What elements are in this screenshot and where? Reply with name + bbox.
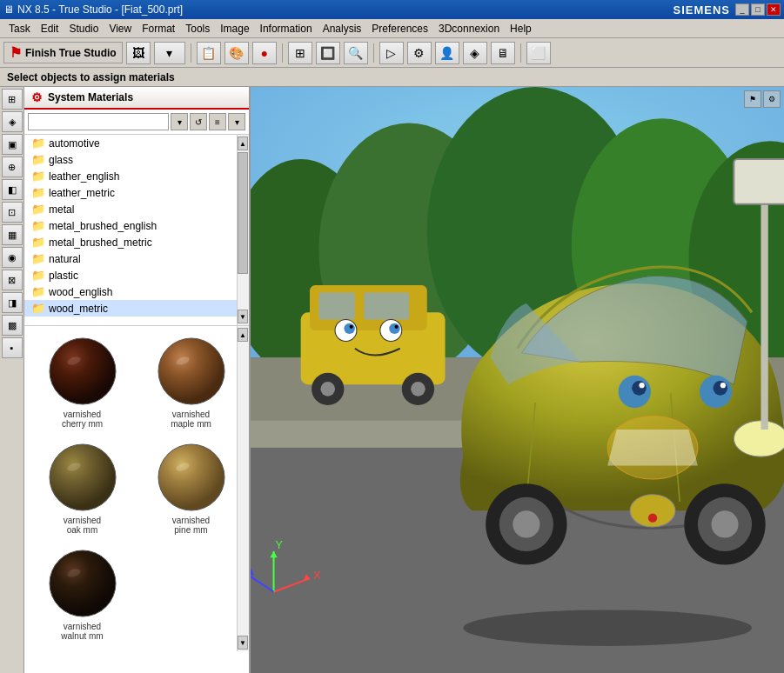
left-icon-3[interactable]: ▣	[2, 134, 23, 155]
menu-information[interactable]: Information	[255, 21, 318, 37]
svg-point-6	[158, 444, 224, 510]
material-label-walnut: varnishedwalnut mm	[61, 622, 103, 641]
tb-dropdown[interactable]: ▾	[154, 42, 185, 64]
materials-scrollbar[interactable]: ▲ ▼	[237, 326, 249, 651]
tb-btn-9[interactable]: ⚙	[407, 42, 432, 64]
search-refresh-btn[interactable]: ↺	[190, 113, 207, 130]
window-title: NX 8.5 - True Studio - [Fiat_500.prt]	[17, 3, 183, 16]
material-varnished-maple[interactable]: varnishedmaple mm	[137, 330, 245, 436]
folder-automotive[interactable]: 📁 automotive	[24, 135, 249, 151]
panel-icon: ⚙	[31, 90, 43, 104]
folder-plastic[interactable]: 📁 plastic	[24, 267, 249, 283]
mat-scroll-down[interactable]: ▼	[238, 636, 248, 650]
folder-metal-brushed-metric[interactable]: 📁 metal_brushed_metric	[24, 234, 249, 250]
tb-btn-12[interactable]: 🖥	[491, 42, 515, 64]
material-label-cherry: varnishedcherry mm	[62, 410, 103, 429]
folder-metal-brushed-english[interactable]: 📁 metal_brushed_english	[24, 217, 249, 234]
search-dropdown-btn[interactable]: ▾	[171, 113, 188, 130]
minimize-button[interactable]: _	[735, 3, 749, 16]
toolbar-separator-3	[373, 43, 374, 63]
svg-rect-21	[318, 292, 354, 319]
left-icon-1[interactable]: ⊞	[2, 89, 23, 110]
finish-studio-label: ⚑ Finish True Studio	[3, 42, 123, 63]
tb-btn-13[interactable]: ⬜	[526, 42, 551, 64]
maximize-button[interactable]: □	[751, 3, 765, 16]
svg-point-29	[350, 325, 353, 329]
panel-header: ⚙ System Materials	[24, 87, 249, 110]
tb-btn-11[interactable]: ◈	[463, 42, 487, 64]
tb-btn-4[interactable]: ●	[252, 42, 277, 64]
menu-3dconnexion[interactable]: 3Dconnexion	[433, 21, 505, 37]
material-varnished-walnut[interactable]: varnishedwalnut mm	[28, 542, 137, 648]
vp-icon-flag[interactable]: ⚑	[744, 90, 761, 108]
left-icon-12[interactable]: ▪	[2, 337, 23, 358]
tb-btn-6[interactable]: 🔲	[316, 42, 340, 64]
panel-title: System Materials	[48, 91, 133, 103]
folder-leather-english[interactable]: 📁 leather_english	[24, 168, 249, 184]
left-icon-10[interactable]: ◨	[2, 292, 23, 313]
scroll-thumb[interactable]	[238, 152, 248, 274]
tb-btn-5[interactable]: ⊞	[288, 42, 312, 64]
title-bar: 🖥 NX 8.5 - True Studio - [Fiat_500.prt] …	[0, 0, 784, 19]
tb-btn-8[interactable]: ▷	[379, 42, 404, 64]
left-icon-9[interactable]: ⊠	[2, 270, 23, 290]
folder-glass[interactable]: 📁 glass	[24, 151, 249, 168]
tb-btn-3[interactable]: 🎨	[224, 42, 249, 64]
folder-list-scrollbar[interactable]: ▲ ▼	[237, 135, 249, 325]
svg-point-0	[50, 338, 116, 404]
folder-wood-english[interactable]: 📁 wood_english	[24, 283, 249, 300]
menu-image[interactable]: Image	[215, 21, 254, 37]
tb-btn-2[interactable]: 📋	[197, 42, 221, 64]
close-button[interactable]: ✕	[767, 3, 781, 16]
left-icon-8[interactable]: ◉	[2, 247, 23, 268]
folder-list[interactable]: 📁 automotive 📁 glass 📁 leather_english 📁…	[24, 135, 249, 326]
left-icon-6[interactable]: ⊡	[2, 202, 23, 223]
scroll-up-btn[interactable]: ▲	[238, 137, 248, 150]
svg-point-38	[639, 383, 644, 388]
menu-task[interactable]: Task	[3, 21, 36, 37]
search-extra-btn[interactable]: ▾	[228, 113, 245, 130]
left-icon-7[interactable]: ▦	[2, 224, 23, 245]
menu-edit[interactable]: Edit	[36, 21, 64, 37]
tb-btn-7[interactable]: 🔍	[344, 42, 368, 64]
tb-btn-10[interactable]: 👤	[435, 42, 459, 64]
menu-analysis[interactable]: Analysis	[318, 21, 367, 37]
vp-icon-settings[interactable]: ⚙	[763, 90, 781, 108]
material-varnished-oak[interactable]: varnishedoak mm	[28, 436, 137, 542]
folder-wood-metric[interactable]: 📁 wood_metric	[24, 300, 249, 317]
svg-point-32	[394, 325, 398, 329]
folder-natural[interactable]: 📁 natural	[24, 250, 249, 267]
menu-tools[interactable]: Tools	[180, 21, 215, 37]
menu-studio[interactable]: Studio	[64, 21, 104, 37]
material-thumb-maple	[157, 336, 226, 406]
folder-icon-plastic: 📁	[31, 269, 45, 282]
folder-icon-leather-metric: 📁	[31, 186, 45, 199]
finish-icon: ⚑	[10, 44, 22, 61]
left-icon-4[interactable]: ⊕	[2, 157, 23, 177]
search-input[interactable]	[28, 113, 169, 130]
tb-btn-1[interactable]: 🖼	[126, 42, 151, 64]
menu-preferences[interactable]: Preferences	[366, 21, 433, 37]
left-icon-5[interactable]: ◧	[2, 179, 23, 200]
finish-label-text: Finish True Studio	[25, 47, 117, 59]
material-label-maple: varnishedmaple mm	[171, 410, 211, 429]
menu-format[interactable]: Format	[137, 21, 180, 37]
svg-point-8	[50, 550, 116, 616]
materials-grid: varnishedcherry mm varnishedmaple mm	[24, 326, 249, 651]
toolbar-separator-4	[520, 43, 521, 63]
svg-point-41	[714, 381, 728, 396]
menu-help[interactable]: Help	[505, 21, 537, 37]
left-icon-11[interactable]: ▩	[2, 315, 23, 336]
search-options-btn[interactable]: ≡	[209, 113, 226, 130]
folder-leather-metric[interactable]: 📁 leather_metric	[24, 184, 249, 201]
viewport[interactable]: X Y Z ⚑ ⚙	[251, 87, 784, 673]
scroll-down-btn[interactable]: ▼	[238, 310, 248, 323]
menu-view[interactable]: View	[104, 21, 137, 37]
folder-label-glass: glass	[49, 154, 73, 166]
folder-metal[interactable]: 📁 metal	[24, 201, 249, 217]
material-varnished-cherry[interactable]: varnishedcherry mm	[28, 330, 137, 436]
brand-logo: SIEMENS	[673, 3, 730, 17]
material-varnished-pine[interactable]: varnishedpine mm	[137, 436, 245, 542]
left-icon-2[interactable]: ◈	[2, 111, 23, 132]
mat-scroll-up[interactable]: ▲	[238, 328, 248, 342]
